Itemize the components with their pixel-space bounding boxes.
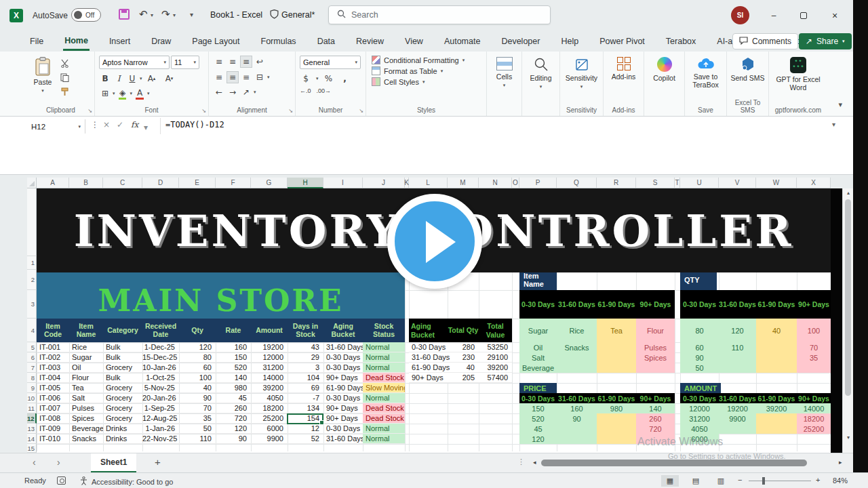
cell[interactable]: 19200 [719,403,756,413]
cell[interactable]: 120 [719,319,756,342]
borders-icon[interactable]: ⊞ [99,87,111,100]
cell[interactable]: IT-010 [37,434,69,444]
tab-power-pivot[interactable]: Power Pivot [598,33,646,49]
cell[interactable]: 31200 [251,363,288,373]
cell[interactable]: 980 [216,383,251,393]
cell[interactable]: 150 [216,352,251,363]
cell[interactable]: 100 [797,319,831,342]
cell[interactable]: Drinks [103,434,142,444]
cell[interactable]: Spices [69,413,103,424]
column-header-B[interactable]: B [69,178,103,188]
tab-data[interactable]: Data [316,33,336,49]
cell[interactable]: 90+ Days [323,403,363,413]
cell-styles-button[interactable]: Cell Styles▾ [372,77,486,86]
cell[interactable]: 29 [288,352,323,363]
cell[interactable]: 40 [448,363,479,373]
cell[interactable]: 35 [797,352,831,363]
increase-decimal-icon[interactable]: ←.0 [300,87,311,94]
sensitivity-button[interactable]: Sensitivity▾ [560,54,603,89]
cell[interactable]: Tea [597,319,636,342]
cell[interactable]: 52 [288,434,323,444]
cell[interactable]: 80 [179,352,216,363]
column-header-T[interactable]: T [675,178,680,188]
tab-review[interactable]: Review [355,33,385,49]
decrease-decimal-icon[interactable]: .00→ [317,87,332,94]
cell[interactable]: Normal [363,363,405,373]
row-header-spacer[interactable] [27,188,37,256]
cell[interactable]: 0-30 Days [409,342,448,352]
cell[interactable]: Grocery [103,383,142,393]
wrap-text-icon[interactable]: ↩ [254,56,266,68]
cell[interactable]: 160 [216,342,251,352]
orientation-icon[interactable]: ↗ [240,86,252,98]
cell[interactable]: 260 [636,413,675,424]
paste-button[interactable]: Paste▾ [27,54,58,98]
copilot-button[interactable]: Copilot [644,54,684,82]
play-button[interactable] [387,194,482,289]
cell[interactable]: 720 [216,413,251,424]
font-size-select[interactable]: 11▾ [171,56,199,69]
tab-insert[interactable]: Insert [108,33,132,49]
cell[interactable]: IT-004 [37,373,69,383]
cell[interactable]: IT-009 [37,424,69,434]
column-header-I[interactable]: I [323,178,363,188]
cell[interactable]: 61-90 Days [409,363,448,373]
column-header-U[interactable]: U [680,178,719,188]
cell[interactable]: 43 [288,342,323,352]
cell[interactable]: Snacks [69,434,103,444]
accessibility-status[interactable]: Accessibility: Good to go [92,478,173,486]
search-input[interactable]: Search [328,5,551,24]
gpt-button[interactable]: * ** * * GPT for Excel Word [769,54,827,92]
cancel-entry-icon[interactable]: × [103,120,110,129]
increase-indent-icon[interactable]: → [226,86,239,98]
cell[interactable]: Normal [363,393,405,403]
cell[interactable]: 15-Dec-25 [142,352,179,363]
cell[interactable] [597,342,636,352]
cell[interactable]: Dead Stock [363,373,405,383]
cell[interactable]: 22-Nov-25 [142,434,179,444]
cell[interactable]: 18200 [797,413,831,424]
column-header-D[interactable]: D [142,178,179,188]
tab-help[interactable]: Help [559,33,580,49]
format-as-table-button[interactable]: Format as Table▾ [372,66,486,75]
cell[interactable]: Sugar [519,319,557,342]
column-header-F[interactable]: F [216,178,251,188]
decrease-indent-icon[interactable]: ← [213,86,225,98]
tab-automate[interactable]: Automate [443,33,482,49]
row-header-1[interactable]: 1 [27,256,37,270]
align-center-icon[interactable]: ≡ [226,71,239,83]
cells-button[interactable]: Cells▾ [487,54,521,88]
font-name-select[interactable]: Aptos Narrow▾ [99,56,170,69]
cell[interactable]: 70 [179,403,216,413]
cell[interactable]: 69 [288,383,323,393]
cell[interactable]: 39200 [479,363,512,373]
cell[interactable]: Oil [69,363,103,373]
cell[interactable]: 90+ Days [409,373,448,383]
cell[interactable]: Sugar [69,352,103,363]
cell[interactable]: Grocery [103,393,142,403]
cell[interactable]: 12 [288,424,323,434]
row-header-12[interactable]: 12 [27,413,37,424]
column-header-X[interactable]: X [797,178,831,188]
cell[interactable]: 53250 [479,342,512,352]
cell[interactable]: 1-Dec-25 [142,342,179,352]
cell[interactable]: Salt [519,352,557,363]
tab-view[interactable]: View [403,33,425,49]
excel-app-icon[interactable]: X [9,9,23,22]
cell[interactable]: 14000 [251,373,288,383]
cell[interactable]: 205 [448,373,479,383]
row-header-10[interactable]: 10 [27,393,37,403]
cell[interactable]: 140 [216,373,251,383]
cell[interactable]: 12-Aug-25 [142,413,179,424]
cell[interactable]: 31-60 Days [323,342,363,352]
formula-input[interactable]: =TODAY()-D12 [165,120,224,129]
cell[interactable]: 110 [719,342,756,352]
save-to-terabox-button[interactable]: Save to TeraBox [685,54,726,89]
column-header-O[interactable]: O [512,178,519,188]
cell[interactable]: Pulses [636,342,675,352]
customize-quick-access-icon[interactable]: ▾ [190,11,193,18]
cell[interactable]: 0-30 Days [323,393,363,403]
comma-format-icon[interactable]: , [339,73,351,85]
column-header-V[interactable]: V [719,178,756,188]
cell[interactable]: 520 [519,413,557,424]
